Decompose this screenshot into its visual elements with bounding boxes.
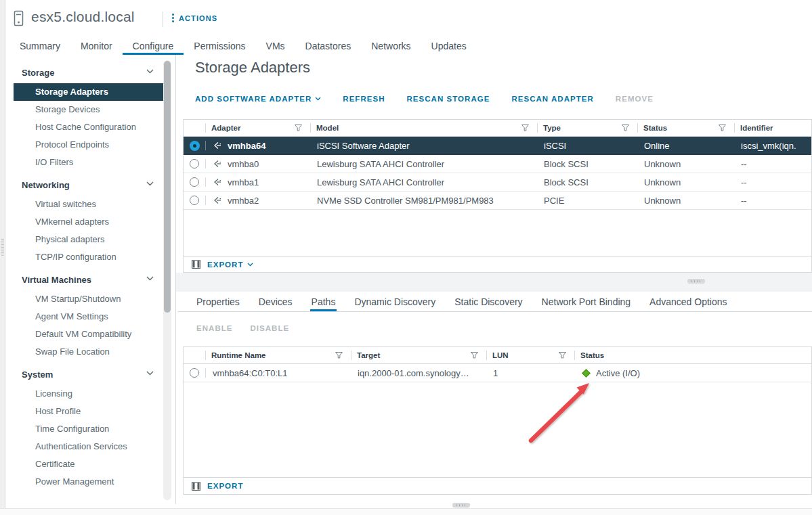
sidebar-item-authentication-services[interactable]: Authentication Services bbox=[5, 438, 175, 455]
sidebar-item-swap-file-location[interactable]: Swap File Location bbox=[5, 343, 175, 361]
column-label: Model bbox=[316, 124, 339, 132]
columns-icon[interactable] bbox=[192, 260, 200, 269]
type-cell: Block SCSI bbox=[538, 177, 638, 187]
storage-adapter-icon bbox=[213, 196, 222, 205]
tab-datastores[interactable]: Datastores bbox=[295, 37, 362, 55]
column-header-status[interactable]: Status bbox=[637, 120, 734, 136]
horizontal-scrollbar-thumb[interactable] bbox=[687, 279, 705, 284]
status-cell: Unknown bbox=[638, 177, 735, 187]
sidebar-item-certificate[interactable]: Certificate bbox=[5, 455, 175, 473]
radio-unselected[interactable] bbox=[190, 196, 199, 205]
columns-icon[interactable] bbox=[192, 482, 200, 491]
sidebar-header-networking[interactable]: Networking bbox=[5, 175, 175, 196]
filter-icon[interactable] bbox=[559, 352, 566, 359]
paths-table-header: Runtime Name Target LUN Status bbox=[184, 347, 811, 364]
filter-icon[interactable] bbox=[622, 125, 629, 131]
tab-properties[interactable]: Properties bbox=[195, 292, 241, 311]
filter-icon[interactable] bbox=[295, 125, 302, 131]
add-software-adapter-button[interactable]: ADD SOFTWARE ADAPTER bbox=[195, 95, 321, 103]
column-label: LUN bbox=[492, 351, 509, 359]
sidebar-item-power-management[interactable]: Power Management bbox=[5, 473, 175, 491]
rescan-storage-button[interactable]: RESCAN STORAGE bbox=[407, 95, 490, 103]
radio-unselected[interactable] bbox=[190, 159, 199, 169]
radio-selected[interactable] bbox=[190, 141, 200, 151]
adapters-table-header: Adapter Model Type Status Identifier bbox=[184, 120, 811, 137]
sidebar-item-host-profile[interactable]: Host Profile bbox=[5, 403, 175, 420]
column-header-path-status[interactable]: Status bbox=[574, 347, 811, 363]
radio-unselected[interactable] bbox=[190, 177, 199, 187]
actions-label: ACTIONS bbox=[179, 14, 217, 22]
radio-unselected[interactable] bbox=[190, 368, 199, 378]
sidebar-item-virtual-switches[interactable]: Virtual switches bbox=[5, 196, 175, 213]
filter-icon[interactable] bbox=[471, 352, 478, 359]
panel-splitter-handle[interactable] bbox=[1, 238, 4, 256]
remove-button[interactable]: REMOVE bbox=[616, 95, 654, 103]
tab-static-discovery[interactable]: Static Discovery bbox=[453, 292, 523, 311]
rescan-adapter-button[interactable]: RESCAN ADAPTER bbox=[511, 95, 593, 103]
tab-networks[interactable]: Networks bbox=[361, 37, 421, 55]
bottom-scrollbar-track[interactable] bbox=[177, 502, 812, 508]
sidebar-item-licensing[interactable]: Licensing bbox=[5, 385, 175, 403]
column-header-runtime-name[interactable]: Runtime Name bbox=[205, 347, 351, 363]
filter-icon[interactable] bbox=[521, 125, 529, 131]
sidebar-item-vmkernel-adapters[interactable]: VMkernel adapters bbox=[5, 213, 175, 231]
column-header-lun[interactable]: LUN bbox=[486, 347, 574, 363]
tab-monitor[interactable]: Monitor bbox=[70, 37, 123, 55]
sidebar-item-tcpip-configuration[interactable]: TCP/IP configuration bbox=[5, 248, 175, 266]
filter-icon[interactable] bbox=[335, 352, 343, 359]
export-button[interactable]: EXPORT bbox=[207, 482, 244, 490]
tab-vms[interactable]: VMs bbox=[256, 37, 295, 55]
sidebar-item-protocol-endpoints[interactable]: Protocol Endpoints bbox=[5, 136, 175, 154]
row-radio-cell bbox=[184, 141, 205, 151]
tab-configure[interactable]: Configure bbox=[123, 37, 184, 55]
tab-dynamic-discovery[interactable]: Dynamic Discovery bbox=[353, 292, 437, 311]
sidebar-item-storage-adapters[interactable]: Storage Adapters bbox=[14, 83, 171, 101]
table-row-vmhba2[interactable]: vmhba2 NVMe SSD Controller SM981/PM981/P… bbox=[184, 192, 811, 210]
chevron-down-icon bbox=[146, 69, 154, 74]
tab-updates[interactable]: Updates bbox=[421, 37, 477, 55]
sidebar-item-io-filters[interactable]: I/O Filters bbox=[5, 154, 175, 171]
sidebar-header-system[interactable]: System bbox=[5, 365, 175, 385]
tab-permissions[interactable]: Permissions bbox=[184, 37, 255, 55]
table-row-vmhba64[interactable]: vmhba64 iSCSI Software Adapter iSCSI Onl… bbox=[184, 137, 811, 155]
disable-button[interactable]: DISABLE bbox=[251, 324, 290, 332]
sidebar-item-time-configuration[interactable]: Time Configuration bbox=[5, 420, 175, 438]
tab-devices[interactable]: Devices bbox=[257, 292, 294, 311]
sidebar-header-storage[interactable]: Storage bbox=[5, 63, 175, 83]
adapters-export-bar: EXPORT bbox=[184, 256, 811, 272]
sidebar-header-label: System bbox=[22, 370, 53, 380]
tab-network-port-binding[interactable]: Network Port Binding bbox=[540, 292, 633, 311]
tab-advanced-options[interactable]: Advanced Options bbox=[648, 292, 728, 311]
filter-icon[interactable] bbox=[719, 125, 726, 131]
sidebar-item-default-vm-compatibility[interactable]: Default VM Compatibility bbox=[5, 326, 175, 343]
column-header-target[interactable]: Target bbox=[351, 347, 486, 363]
actions-menu-button[interactable]: ACTIONS bbox=[172, 14, 217, 22]
column-header-identifier[interactable]: Identifier bbox=[734, 120, 811, 136]
adapters-table: Adapter Model Type Status Identifier bbox=[183, 119, 812, 273]
sidebar-item-agent-vm-settings[interactable]: Agent VM Settings bbox=[5, 308, 175, 326]
export-button[interactable]: EXPORT bbox=[207, 261, 253, 269]
sidebar-item-storage-devices[interactable]: Storage Devices bbox=[5, 101, 175, 118]
enable-button[interactable]: ENABLE bbox=[196, 324, 233, 332]
column-header-type[interactable]: Type bbox=[537, 120, 637, 136]
vsphere-client-window: esx5.cloud.local ACTIONS Summary Monitor… bbox=[0, 0, 812, 515]
identifier-cell: -- bbox=[735, 159, 811, 169]
tab-paths[interactable]: Paths bbox=[310, 292, 337, 311]
adapter-name: vmhba1 bbox=[228, 177, 259, 187]
refresh-button[interactable]: REFRESH bbox=[343, 95, 385, 103]
sidebar-item-host-cache-configuration[interactable]: Host Cache Configuration bbox=[5, 118, 175, 136]
lun-cell: 1 bbox=[487, 368, 575, 378]
sidebar-item-vm-startup-shutdown[interactable]: VM Startup/Shutdown bbox=[5, 290, 175, 308]
table-row-path[interactable]: vmhba64:C0:T0:L1 iqn.2000-01.com.synolog… bbox=[184, 364, 811, 382]
target-cell: iqn.2000-01.com.synology… bbox=[351, 368, 487, 378]
object-tab-bar: Summary Monitor Configure Permissions VM… bbox=[5, 37, 812, 55]
table-row-vmhba1[interactable]: vmhba1 Lewisburg SATA AHCI Controller Bl… bbox=[184, 173, 811, 192]
table-row-vmhba0[interactable]: vmhba0 Lewisburg SATA AHCI Controller Bl… bbox=[184, 155, 811, 173]
column-header-adapter[interactable]: Adapter bbox=[205, 120, 310, 136]
sidebar-item-physical-adapters[interactable]: Physical adapters bbox=[5, 231, 175, 248]
column-header-model[interactable]: Model bbox=[310, 120, 537, 136]
sidebar-header-virtual-machines[interactable]: Virtual Machines bbox=[5, 270, 175, 290]
bottom-scrollbar-thumb[interactable] bbox=[452, 503, 470, 508]
tab-summary[interactable]: Summary bbox=[9, 37, 70, 55]
sidebar-scrollbar-thumb[interactable] bbox=[164, 61, 171, 313]
